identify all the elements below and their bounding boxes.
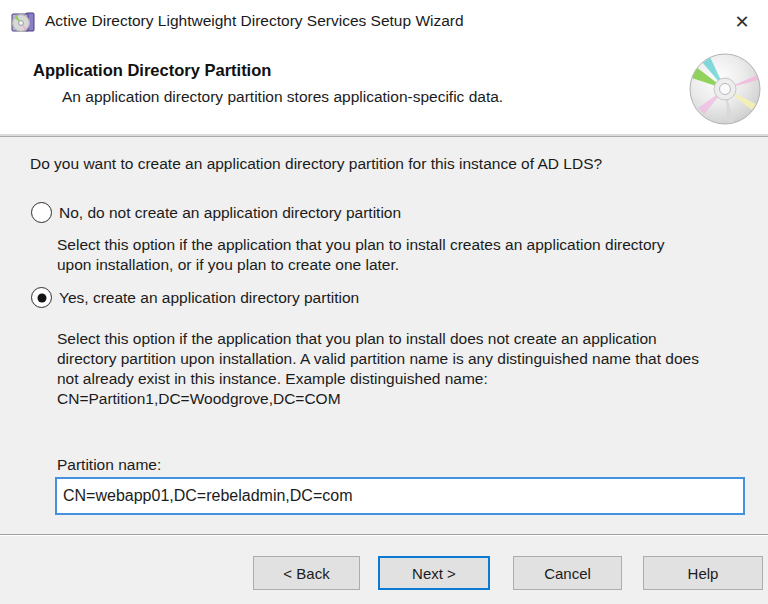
cancel-button[interactable]: Cancel xyxy=(513,556,622,590)
title-bar: Active Directory Lightweight Directory S… xyxy=(0,0,768,44)
radio-no-label[interactable]: No, do not create an application directo… xyxy=(59,204,401,222)
footer-divider xyxy=(0,534,768,535)
radio-yes[interactable] xyxy=(31,287,52,308)
partition-name-label: Partition name: xyxy=(57,456,161,474)
window-title: Active Directory Lightweight Directory S… xyxy=(45,12,464,30)
description-line: Select this option if the application th… xyxy=(57,235,664,255)
option-no-description: Select this option if the application th… xyxy=(57,235,664,275)
radio-yes-label[interactable]: Yes, create an application directory par… xyxy=(59,289,359,307)
description-line: upon installation, or if you plan to cre… xyxy=(57,255,664,275)
page-title: Application Directory Partition xyxy=(33,61,271,80)
description-line: CN=Partition1,DC=Woodgrove,DC=COM xyxy=(57,389,699,409)
adlds-setup-icon xyxy=(10,9,36,35)
back-button[interactable]: < Back xyxy=(253,556,360,590)
wizard-window: Active Directory Lightweight Directory S… xyxy=(0,0,768,604)
page-subtitle: An application directory partition store… xyxy=(62,88,503,106)
next-button[interactable]: Next > xyxy=(378,556,490,590)
description-line: Select this option if the application th… xyxy=(57,329,699,349)
partition-name-input[interactable] xyxy=(55,477,745,515)
description-line: directory partition upon installation. A… xyxy=(57,349,699,369)
cd-disc-icon xyxy=(688,52,762,126)
radio-no[interactable] xyxy=(31,202,52,223)
close-icon[interactable]: ✕ xyxy=(728,8,756,36)
description-line: not already exist in this instance. Exam… xyxy=(57,369,699,389)
question-text: Do you want to create an application dir… xyxy=(30,155,602,173)
wizard-header: Application Directory Partition An appli… xyxy=(0,44,768,136)
help-button[interactable]: Help xyxy=(643,556,763,590)
option-yes-description: Select this option if the application th… xyxy=(57,329,699,409)
